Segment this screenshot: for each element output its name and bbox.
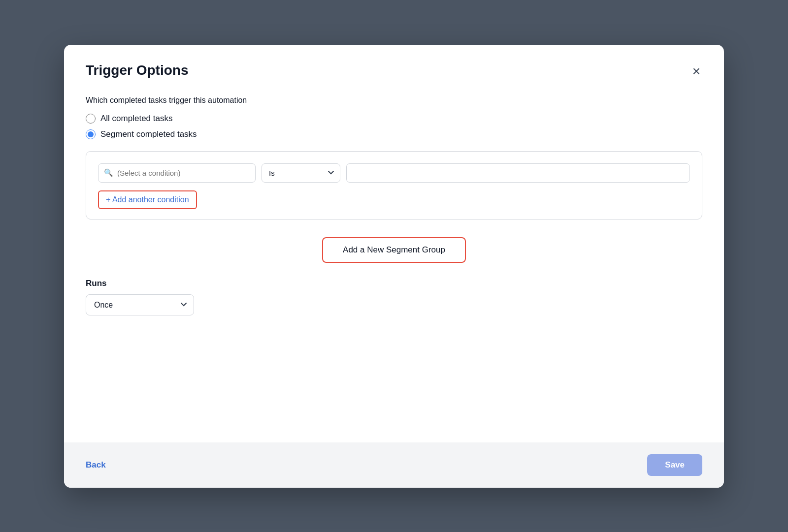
modal-title: Trigger Options xyxy=(86,63,188,78)
runs-section: Runs Once Every time Daily Weekly xyxy=(86,279,702,315)
condition-operator-wrapper: Is Is not Contains Does not contain xyxy=(262,163,340,183)
condition-value-input[interactable] xyxy=(346,163,690,183)
save-button[interactable]: Save xyxy=(647,454,702,476)
radio-group: All completed tasks Segment completed ta… xyxy=(86,114,702,139)
condition-row: 🔍 Is Is not Contains Does not contain xyxy=(98,163,690,183)
trigger-options-modal: Trigger Options × Which completed tasks … xyxy=(64,45,724,488)
add-condition-button[interactable]: + Add another condition xyxy=(98,190,197,209)
modal-header: Trigger Options × xyxy=(86,63,702,80)
radio-segment-label: Segment completed tasks xyxy=(100,129,197,139)
runs-select-wrapper: Once Every time Daily Weekly xyxy=(86,294,194,315)
radio-all-label: All completed tasks xyxy=(100,114,172,124)
section-label: Which completed tasks trigger this autom… xyxy=(86,96,702,105)
radio-segment-input[interactable] xyxy=(86,129,96,139)
segment-conditions-box: 🔍 Is Is not Contains Does not contain xyxy=(86,151,702,219)
condition-search-input[interactable] xyxy=(98,163,256,183)
back-label: Back xyxy=(86,460,106,469)
condition-operator-select[interactable]: Is Is not Contains Does not contain xyxy=(262,163,340,183)
add-condition-label: + Add another condition xyxy=(106,195,189,204)
radio-segment-completed[interactable]: Segment completed tasks xyxy=(86,129,702,139)
modal-footer: Back Save xyxy=(64,442,724,488)
radio-all-input[interactable] xyxy=(86,114,96,124)
runs-label: Runs xyxy=(86,279,702,288)
new-segment-group-container: Add a New Segment Group xyxy=(86,237,702,263)
condition-value-wrapper xyxy=(346,163,690,183)
close-icon: × xyxy=(692,63,700,79)
close-button[interactable]: × xyxy=(690,63,702,80)
condition-search-wrapper: 🔍 xyxy=(98,163,256,183)
back-button[interactable]: Back xyxy=(86,460,106,470)
new-segment-group-button[interactable]: Add a New Segment Group xyxy=(322,237,466,263)
radio-all-completed[interactable]: All completed tasks xyxy=(86,114,702,124)
search-icon: 🔍 xyxy=(104,168,113,177)
save-label: Save xyxy=(665,460,685,469)
runs-select[interactable]: Once Every time Daily Weekly xyxy=(86,294,194,315)
new-segment-group-label: Add a New Segment Group xyxy=(343,245,445,254)
modal-overlay: Trigger Options × Which completed tasks … xyxy=(0,0,788,532)
